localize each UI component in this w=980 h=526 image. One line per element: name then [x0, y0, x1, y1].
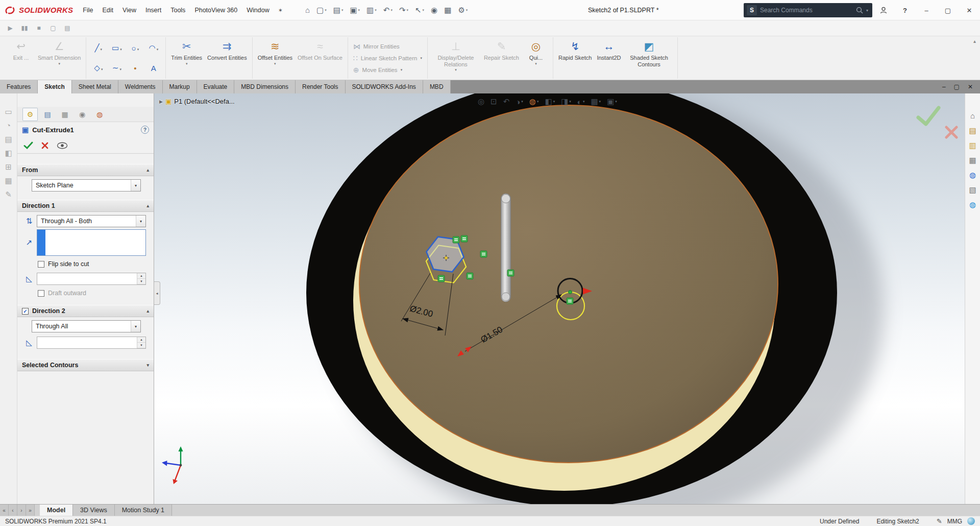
file-properties[interactable]: ▦ ▾	[441, 3, 454, 18]
tab-features[interactable]: Features	[0, 80, 38, 93]
task-home-icon[interactable]: ⌂	[970, 112, 975, 120]
task-file-explorer-icon[interactable]: ▦	[969, 156, 976, 164]
macro-stop-icon[interactable]: ■	[33, 22, 45, 34]
save-document[interactable]: ▣ ▾	[347, 3, 363, 18]
dimxpert-tab[interactable]: ▦	[57, 108, 72, 121]
view-settings[interactable]: ▣ ▾	[604, 95, 620, 108]
draft-outward-checkbox[interactable]	[38, 290, 44, 297]
graphics-viewport[interactable]: Ø2.00 Ø1.50	[154, 93, 965, 504]
from-select[interactable]: Sketch Plane ▾	[32, 179, 141, 192]
undo[interactable]: ↶ ▾	[380, 3, 396, 18]
doc-tab-model[interactable]: Model	[40, 505, 73, 516]
doc-minimize-button[interactable]: –	[942, 83, 946, 90]
command-search[interactable]: S Search Commands ▾	[744, 3, 872, 17]
flip-side-checkbox[interactable]	[38, 261, 44, 268]
previous-view[interactable]: ↶ ▾	[500, 95, 513, 108]
convert-entities[interactable]: ⇉ Convert Entities ▾	[205, 38, 250, 79]
tab-evaluate[interactable]: Evaluate	[197, 80, 235, 93]
macro-run-icon[interactable]: ▶	[4, 22, 16, 34]
section-from[interactable]: From ▴	[17, 164, 154, 176]
hide-show-items[interactable]: ◐ ▾	[574, 95, 588, 108]
task-custom-properties-icon[interactable]: ▧	[969, 186, 976, 194]
display-style[interactable]: ◨ ▾	[558, 95, 574, 108]
help-icon[interactable]: ?	[141, 126, 149, 134]
docked-tool-3-icon[interactable]: ▤	[5, 135, 12, 144]
docked-tool-7-icon[interactable]: ✎	[5, 190, 12, 199]
tab-weldments[interactable]: Weldments	[118, 80, 163, 93]
menu-view[interactable]: View	[118, 0, 141, 20]
ribbon-collapse-icon[interactable]: ▴	[973, 38, 976, 44]
macro-new-icon[interactable]: ▢	[47, 22, 59, 34]
select-tool[interactable]: ↖ ▾	[412, 3, 427, 18]
options[interactable]: ⚙ ▾	[455, 3, 471, 18]
maximize-button[interactable]: ▢	[937, 0, 959, 20]
user-account-icon[interactable]	[873, 0, 894, 20]
configuration-tab[interactable]: ▤	[40, 108, 55, 121]
direction-of-extrusion-box[interactable]	[37, 229, 146, 256]
trim-entities[interactable]: ✂ Trim Entities ▾	[168, 38, 205, 79]
section-selected-contours[interactable]: Selected Contours ▾	[17, 359, 154, 371]
hexagon-center-point[interactable]	[445, 256, 447, 259]
spin-up-icon[interactable]: ▲	[137, 273, 145, 279]
spin-down-icon[interactable]: ▼	[137, 343, 145, 348]
tab-mbd[interactable]: MBD	[423, 80, 451, 93]
direction1-draft-field[interactable]: ▲▼	[37, 273, 146, 285]
exit-sketch[interactable]: ↩ Exit ... ▾	[7, 38, 35, 79]
doc-tab-motion-study-1[interactable]: Motion Study 1	[115, 505, 172, 516]
text-tool[interactable]: A ▾	[144, 58, 162, 78]
open-document[interactable]: ▤ ▾	[330, 3, 347, 18]
task-appearances-icon[interactable]: ◍	[969, 171, 976, 179]
zoom-to-area[interactable]: ⊡ ▾	[487, 95, 500, 108]
menu-edit[interactable]: Edit	[98, 0, 118, 20]
repair-sketch[interactable]: ✎ Repair Sketch ▾	[481, 38, 522, 79]
move-entities[interactable]: ⊕ Move Entities ▾	[353, 66, 422, 74]
menu-photoview-360[interactable]: PhotoView 360	[190, 0, 242, 20]
macro-pause-icon[interactable]: ▮▮	[18, 22, 31, 34]
spin-down-icon[interactable]: ▼	[137, 279, 145, 284]
scene[interactable]: ▦ ▾	[587, 95, 604, 108]
point-tool[interactable]: • ▾	[126, 58, 144, 78]
view-orientation[interactable]: ◧ ▾	[542, 95, 558, 108]
scroll-last-button[interactable]: »	[26, 505, 35, 516]
direction2-end-condition-select[interactable]: Through All ▾	[32, 320, 141, 332]
tab-render-tools[interactable]: Render Tools	[296, 80, 346, 93]
tab-sketch[interactable]: Sketch	[38, 80, 71, 93]
tab-markup[interactable]: Markup	[163, 80, 197, 93]
quick-tips-icon[interactable]: ✎	[937, 517, 942, 525]
direction2-checkbox[interactable]: ✓	[22, 308, 29, 315]
tree-expand-icon[interactable]: ▶	[159, 99, 163, 104]
spinner[interactable]: ▲▼	[137, 273, 145, 284]
scroll-first-button[interactable]: «	[0, 505, 9, 516]
smart-dimension[interactable]: ∠ Smart Dimension ▾	[35, 38, 83, 79]
part-top-face[interactable]	[359, 105, 778, 463]
propertymanager-tab[interactable]: ⚙	[22, 108, 38, 121]
direction1-end-condition-select[interactable]: Through All - Both ▾	[37, 215, 146, 227]
menu-insert[interactable]: Insert	[141, 0, 166, 20]
mirror-entities[interactable]: ⋈ Mirror Entities ▾	[353, 42, 422, 51]
confirm-ok-button[interactable]	[918, 108, 939, 124]
menu-pin-icon[interactable]: ✶	[274, 0, 287, 20]
view-home[interactable]: ⌂ ▾	[302, 3, 313, 18]
scroll-prev-button[interactable]: ‹	[9, 505, 17, 516]
spinner[interactable]: ▲▼	[137, 337, 145, 348]
task-solidworks-resources-icon[interactable]: ▤	[969, 127, 976, 135]
direction2-draft-field[interactable]: ▲▼	[37, 337, 146, 349]
appearances[interactable]: ◍ ▾	[526, 95, 542, 108]
reverse-direction-icon[interactable]: ⇅	[22, 217, 36, 226]
search-caret-icon[interactable]: ▾	[866, 8, 869, 13]
redo[interactable]: ↷ ▾	[396, 3, 411, 18]
slot-feature[interactable]	[501, 194, 511, 302]
doc-tab-3d-views[interactable]: 3D Views	[73, 505, 115, 516]
print-document[interactable]: ▥ ▾	[363, 3, 380, 18]
cancel-button[interactable]	[41, 142, 48, 149]
tab-solidworks-add-ins[interactable]: SOLIDWORKS Add-Ins	[346, 80, 423, 93]
docked-tool-5-icon[interactable]: ⊞	[5, 163, 12, 171]
macro-edit-icon[interactable]: ▤	[61, 22, 74, 34]
scroll-next-button[interactable]: ›	[17, 505, 26, 516]
confirm-cancel-button[interactable]	[946, 127, 957, 137]
rapid-sketch[interactable]: ↯ Rapid Sketch ▾	[556, 38, 594, 79]
minimize-button[interactable]: –	[916, 0, 937, 20]
close-button[interactable]: ✕	[959, 0, 980, 20]
line-tool[interactable]: ╱ ▾	[89, 38, 107, 58]
section-direction1[interactable]: Direction 1 ▴	[17, 200, 154, 212]
